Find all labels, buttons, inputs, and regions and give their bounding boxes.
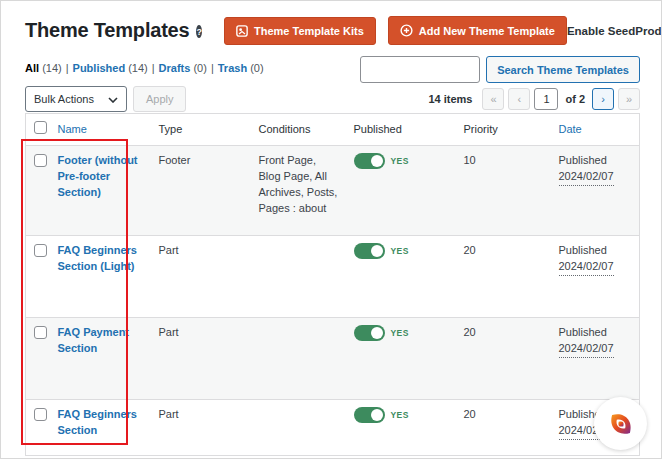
filter-link-drafts[interactable]: Drafts (0) bbox=[159, 62, 207, 74]
seedprod-logo bbox=[594, 397, 647, 450]
published-state: YES bbox=[391, 327, 409, 339]
column-header-published: Published bbox=[346, 114, 456, 146]
published-toggle[interactable] bbox=[354, 325, 385, 341]
chevron-down-icon bbox=[108, 93, 118, 105]
row-checkbox[interactable] bbox=[34, 326, 47, 339]
search-group: Search Theme Templates bbox=[360, 56, 640, 83]
filter-count: (14) bbox=[42, 62, 62, 74]
page-header: Theme Templates ? Theme Template Kits Ad… bbox=[25, 16, 648, 45]
template-type: Part bbox=[151, 399, 251, 455]
page-title: Theme Templates bbox=[25, 19, 189, 42]
template-name-link[interactable]: FAQ Beginners Section bbox=[58, 407, 143, 439]
bulk-actions-group: Bulk Actions Apply bbox=[25, 86, 186, 112]
row-checkbox[interactable] bbox=[34, 244, 47, 257]
row-checkbox[interactable] bbox=[34, 408, 47, 421]
filter-separator: | bbox=[66, 62, 69, 74]
date-status: Published bbox=[559, 154, 607, 166]
next-page-button[interactable]: › bbox=[592, 88, 614, 110]
column-header-name[interactable]: Name bbox=[50, 114, 151, 146]
template-type: Part bbox=[151, 317, 251, 399]
filter-count: (0) bbox=[250, 62, 263, 74]
date-status: Published bbox=[559, 244, 607, 256]
template-priority: 20 bbox=[456, 399, 551, 455]
template-conditions bbox=[251, 317, 346, 399]
toggle-knob bbox=[371, 245, 383, 257]
prev-page-button: ‹ bbox=[508, 88, 530, 110]
column-header-conditions: Conditions bbox=[251, 114, 346, 146]
template-priority: 20 bbox=[456, 235, 551, 317]
apply-button[interactable]: Apply bbox=[133, 86, 187, 112]
table-row: FAQ Beginners Section Part YES 20 Publis… bbox=[26, 399, 640, 455]
published-toggle[interactable] bbox=[354, 153, 385, 169]
published-toggle[interactable] bbox=[354, 407, 385, 423]
table-row: FAQ Beginners Section (Light) Part YES 2… bbox=[26, 235, 640, 317]
filter-link-trash[interactable]: Trash (0) bbox=[218, 62, 264, 74]
published-state: YES bbox=[391, 155, 409, 167]
row-checkbox[interactable] bbox=[34, 154, 47, 167]
kits-button-label: Theme Template Kits bbox=[254, 25, 364, 37]
enable-theme-label: Enable SeedProd Theme bbox=[567, 25, 662, 37]
table-header-row: Name Type Conditions Published Priority … bbox=[26, 114, 640, 146]
search-theme-templates-button[interactable]: Search Theme Templates bbox=[486, 56, 640, 83]
filter-count: (0) bbox=[193, 62, 206, 74]
filter-separator: | bbox=[211, 62, 214, 74]
template-name-link[interactable]: Footer (without Pre-footer Section) bbox=[58, 153, 143, 201]
table-row: FAQ Payment Section Part YES 20 Publishe… bbox=[26, 317, 640, 399]
plus-circle-icon bbox=[400, 24, 413, 37]
published-state: YES bbox=[391, 245, 409, 257]
filter-separator: | bbox=[152, 62, 155, 74]
pagination: 14 items « ‹ of 2 › » bbox=[428, 88, 640, 110]
column-header-type: Type bbox=[151, 114, 251, 146]
template-name-link[interactable]: FAQ Beginners Section (Light) bbox=[58, 243, 143, 275]
toggle-knob bbox=[371, 409, 383, 421]
date-status: Published bbox=[559, 326, 607, 338]
total-pages-label: of 2 bbox=[565, 93, 585, 105]
template-name-link[interactable]: FAQ Payment Section bbox=[58, 325, 143, 357]
template-type: Footer bbox=[151, 145, 251, 235]
enable-theme-group: Enable SeedProd Theme YES bbox=[567, 22, 662, 39]
search-input[interactable] bbox=[360, 56, 480, 83]
filter-link-all[interactable]: All (14) bbox=[25, 62, 62, 74]
bulk-actions-select[interactable]: Bulk Actions bbox=[25, 86, 127, 112]
help-icon[interactable]: ? bbox=[196, 25, 202, 38]
template-conditions bbox=[251, 235, 346, 317]
last-page-button: » bbox=[618, 88, 640, 110]
template-priority: 20 bbox=[456, 317, 551, 399]
template-type: Part bbox=[151, 235, 251, 317]
date-value: 2024/02/07 bbox=[559, 259, 614, 276]
add-new-theme-template-button[interactable]: Add New Theme Template bbox=[388, 16, 567, 45]
template-priority: 10 bbox=[456, 145, 551, 235]
add-button-label: Add New Theme Template bbox=[419, 25, 555, 37]
filter-link-published[interactable]: Published (14) bbox=[73, 62, 148, 74]
first-page-button: « bbox=[482, 88, 504, 110]
items-count: 14 items bbox=[428, 93, 472, 105]
template-conditions: Front Page, Blog Page, All Archives, Pos… bbox=[251, 145, 346, 235]
theme-templates-table: Name Type Conditions Published Priority … bbox=[25, 113, 640, 456]
bulk-actions-selected-value: Bulk Actions bbox=[34, 93, 94, 105]
theme-template-kits-button[interactable]: Theme Template Kits bbox=[224, 17, 376, 45]
date-value: 2024/02/07 bbox=[559, 341, 614, 358]
current-page-input[interactable] bbox=[534, 88, 558, 110]
date-value: 2024/02/07 bbox=[559, 169, 614, 186]
template-conditions bbox=[251, 399, 346, 455]
select-all-checkbox[interactable] bbox=[34, 121, 47, 134]
filter-count: (14) bbox=[128, 62, 148, 74]
status-filters: All (14)|Published (14)|Drafts (0)|Trash… bbox=[25, 62, 264, 74]
toggle-knob bbox=[371, 155, 383, 167]
seedprod-flame-icon bbox=[606, 409, 636, 439]
toggle-knob bbox=[371, 327, 383, 339]
kit-icon bbox=[236, 25, 248, 37]
table-row: Footer (without Pre-footer Section) Foot… bbox=[26, 145, 640, 235]
column-header-priority: Priority bbox=[456, 114, 551, 146]
published-toggle[interactable] bbox=[354, 243, 385, 259]
published-state: YES bbox=[391, 409, 409, 421]
column-header-date[interactable]: Date bbox=[551, 114, 640, 146]
